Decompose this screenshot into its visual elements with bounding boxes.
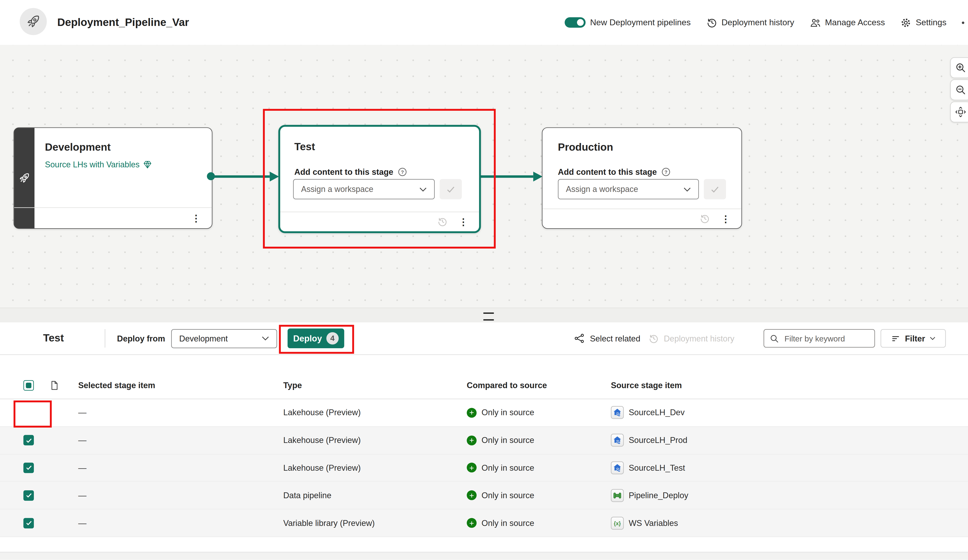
zoom-out-icon <box>955 84 966 96</box>
row-checkbox[interactable] <box>23 490 34 501</box>
confirm-assign-button[interactable] <box>704 179 726 199</box>
connector-test-prod <box>477 175 533 177</box>
help-icon[interactable]: ? <box>398 167 407 177</box>
add-content-row: Add content to this stage ? <box>558 167 670 177</box>
document-icon[interactable] <box>49 380 78 390</box>
select-related-button[interactable]: Select related <box>574 322 640 354</box>
column-header-compared[interactable]: Compared to source <box>467 380 611 390</box>
table-row[interactable]: — Variable library (Preview) + Only in s… <box>0 509 968 537</box>
connector-dev-test <box>211 175 270 177</box>
stage-footer: ⋮ <box>280 211 479 231</box>
stage-footer: ⋮ <box>14 207 212 228</box>
panel-splitter[interactable] <box>0 307 968 323</box>
stage-card-production[interactable]: Production Add content to this stage ? A… <box>542 127 742 229</box>
history-icon[interactable] <box>699 213 710 224</box>
variable-library-icon: {x} <box>611 517 624 529</box>
deploy-toolbar: Test Deploy from Development Deploy 4 Se… <box>0 322 968 355</box>
stage-card-test[interactable]: Test Add content to this stage ? Assign … <box>278 125 481 233</box>
check-icon <box>446 184 456 194</box>
plus-circle-icon: + <box>467 463 477 473</box>
chevron-down-icon <box>419 187 427 192</box>
table-body: — Lakehouse (Preview) + Only in source S… <box>0 399 968 537</box>
deployment-history-button[interactable]: Deployment history <box>706 17 794 28</box>
more-vertical-icon[interactable]: ⋮ <box>191 213 201 223</box>
deploy-button[interactable]: Deploy 4 <box>288 329 344 348</box>
gem-icon <box>143 160 152 169</box>
stage-title: Production <box>558 141 613 154</box>
column-header-type[interactable]: Type <box>283 380 467 390</box>
gear-icon <box>900 17 911 28</box>
drag-handle-icon[interactable] <box>483 312 494 320</box>
assign-workspace-row: Assign a workspace <box>293 179 462 199</box>
history-icon <box>706 17 717 28</box>
select-related-icon <box>574 333 585 344</box>
new-pipelines-toggle[interactable] <box>565 17 586 28</box>
keyword-filter-box <box>764 329 875 347</box>
deploy-from-label: Deploy from <box>117 322 165 354</box>
deploy-from-dropdown[interactable]: Development <box>171 329 277 348</box>
assign-workspace-row: Assign a workspace <box>558 179 726 199</box>
deploy-count-badge: 4 <box>326 332 339 345</box>
more-vertical-icon[interactable]: ⋮ <box>459 217 468 226</box>
stage-title: Test <box>294 141 315 154</box>
chevron-down-icon <box>684 187 691 192</box>
table-row[interactable]: — Lakehouse (Preview) + Only in source S… <box>0 427 968 454</box>
svg-text:?: ? <box>401 169 404 175</box>
deployment-pipeline-page: Deployment_Pipeline_Var New Deployment p… <box>0 0 968 560</box>
search-input[interactable] <box>783 333 869 344</box>
table-row[interactable]: — Lakehouse (Preview) + Only in source S… <box>0 454 968 482</box>
history-icon <box>648 333 659 344</box>
rocket-icon <box>18 172 30 184</box>
table-row[interactable]: — Lakehouse (Preview) + Only in source S… <box>0 399 968 427</box>
zoom-in-button[interactable] <box>950 57 968 78</box>
zoom-out-button[interactable] <box>950 79 968 100</box>
chevron-down-icon <box>930 337 936 340</box>
more-vertical-icon[interactable]: ⋮ <box>721 214 730 223</box>
history-icon[interactable] <box>437 216 448 227</box>
lakehouse-icon <box>611 434 624 447</box>
fit-to-screen-button[interactable] <box>950 101 968 122</box>
people-icon <box>809 17 820 28</box>
chevron-down-icon <box>262 336 269 341</box>
column-header-selected[interactable]: Selected stage item <box>78 380 283 390</box>
stage-footer: ⋮ <box>542 209 741 228</box>
stage-card-development[interactable]: Development Source LHs with Variables ⋮ <box>13 127 212 229</box>
assign-workspace-dropdown[interactable]: Assign a workspace <box>558 179 699 199</box>
svg-text:?: ? <box>665 169 667 175</box>
lakehouse-icon <box>611 461 624 474</box>
workspace-link[interactable]: Source LHs with Variables <box>45 160 152 169</box>
manage-access-button[interactable]: Manage Access <box>809 17 885 28</box>
plus-circle-icon: + <box>467 408 477 418</box>
arrowhead-to-production <box>533 172 542 182</box>
pipeline-icon <box>611 489 624 502</box>
divider <box>105 329 105 347</box>
stage-title: Development <box>45 141 111 154</box>
plus-circle-icon: + <box>467 435 477 445</box>
row-checkbox[interactable] <box>23 435 34 446</box>
filter-button[interactable]: Filter <box>881 329 946 347</box>
assign-workspace-dropdown[interactable]: Assign a workspace <box>293 179 434 199</box>
arrowhead-to-test <box>270 172 279 182</box>
fit-screen-icon <box>955 106 966 117</box>
settings-button[interactable]: Settings <box>900 17 946 28</box>
add-content-row: Add content to this stage ? <box>294 167 407 177</box>
new-pipelines-toggle-group: New Deployment pipelines <box>565 17 691 28</box>
more-icon[interactable] <box>962 21 965 24</box>
table-header: Selected stage item Type Compared to sou… <box>0 372 968 400</box>
page-title: Deployment_Pipeline_Var <box>57 0 189 45</box>
select-all-checkbox[interactable] <box>23 380 34 390</box>
row-checkbox[interactable] <box>23 463 34 473</box>
app-header: Deployment_Pipeline_Var New Deployment p… <box>0 0 968 46</box>
rocket-icon <box>26 14 41 29</box>
confirm-assign-button[interactable] <box>440 179 462 199</box>
selected-stage-title: Test <box>43 322 64 354</box>
column-header-source[interactable]: Source stage item <box>611 380 968 390</box>
horizontal-scrollbar-track[interactable] <box>0 552 968 560</box>
search-icon <box>770 334 779 343</box>
table-row[interactable]: — Data pipeline + Only in source Pipelin… <box>0 482 968 509</box>
row-checkbox[interactable] <box>23 518 34 528</box>
lakehouse-icon <box>611 406 624 419</box>
toggle-label: New Deployment pipelines <box>590 18 691 27</box>
help-icon[interactable]: ? <box>661 167 670 177</box>
deployment-history-button-disabled[interactable]: Deployment history <box>648 322 734 354</box>
